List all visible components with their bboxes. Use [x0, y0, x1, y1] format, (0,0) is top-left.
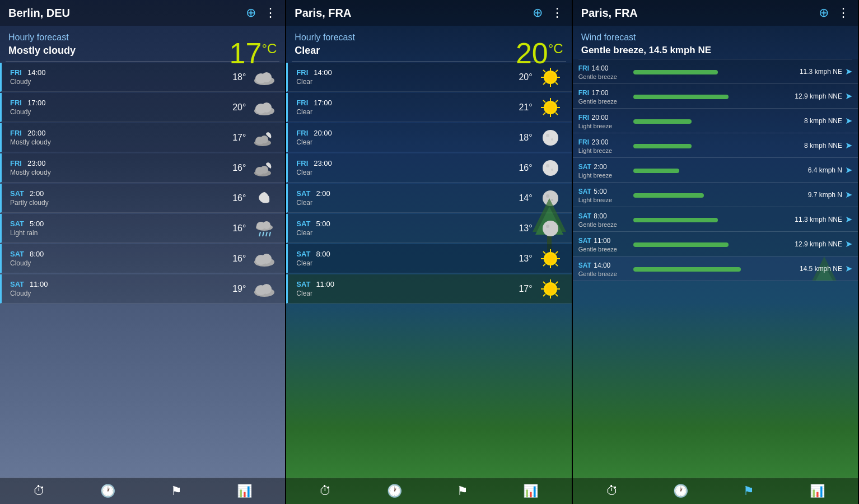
wind-list-item: FRI 20:00 Light breeze 8 kmph NNE ➤ [573, 109, 858, 133]
forecast-info: FRI 14:00 Cloudy [10, 68, 232, 86]
svg-point-47 [551, 138, 553, 141]
wind-list-item: FRI 14:00 Gentle breeze 11.3 kmph NE ➤ [573, 59, 858, 84]
current-weather-nav[interactable]: ⏱ [606, 484, 618, 498]
svg-line-66 [555, 264, 558, 266]
paris-hourly-bottom-nav: ⏱ 🕐 ⚑ 📊 [286, 478, 571, 504]
wind-list-item: SAT 8:00 Gentle breeze 11.3 kmph NNE ➤ [573, 207, 858, 232]
wind-list-item: SAT 11:00 Gentle breeze 12.9 kmph NNE ➤ [573, 232, 858, 256]
list-item: FRI 17:00 Clear 21° [286, 93, 571, 122]
wind-list-item: SAT 5:00 Light breeze 9.7 kmph N ➤ [573, 183, 858, 207]
paris-wind-condition: Gentle breeze, 14.5 kmph NE [581, 45, 849, 56]
list-item: SAT 5:00 Clear 13° [286, 214, 571, 243]
paris-hourly-header: Paris, FRA ⊕ ⋮ [286, 0, 571, 26]
wind-nav[interactable]: ⚑ [457, 484, 468, 498]
svg-line-18 [269, 232, 270, 236]
svg-line-68 [543, 264, 545, 266]
paris-wind-list: FRI 14:00 Gentle breeze 11.3 kmph NE ➤ F… [573, 59, 858, 478]
svg-point-11 [260, 166, 268, 174]
hourly-nav[interactable]: 🕐 [387, 484, 402, 498]
svg-point-48 [543, 160, 558, 176]
list-item: SAT 2:00 Partly cloudy 16° [0, 184, 285, 213]
chart-nav[interactable]: 📊 [237, 484, 252, 498]
wind-list-item: SAT 2:00 Light breeze 6.4 kmph N ➤ [573, 158, 858, 183]
paris-wind-label: Wind forecast [581, 32, 849, 43]
berlin-city: Berlin, DEU [8, 7, 70, 20]
svg-point-60 [545, 254, 555, 264]
moon-cloud-icon [251, 158, 277, 178]
berlin-header-icons: ⊕ ⋮ [246, 6, 277, 20]
paris-hourly-panel: Paris, FRA ⊕ ⋮ Hourly forecast Clear 20°… [286, 0, 572, 504]
wind-direction-icon: ➤ [845, 263, 852, 274]
current-weather-nav[interactable]: ⏱ [319, 484, 332, 498]
svg-line-43 [555, 100, 558, 102]
paris-hourly-header-icons: ⊕ ⋮ [533, 6, 563, 20]
chart-nav[interactable]: 📊 [810, 484, 825, 498]
svg-point-70 [545, 284, 555, 294]
current-weather-nav[interactable]: ⏱ [33, 484, 45, 498]
cloud-icon [251, 67, 277, 87]
wind-nav[interactable]: ⚑ [171, 484, 182, 498]
paris-wind-header: Paris, FRA ⊕ ⋮ [573, 0, 858, 26]
svg-point-45 [543, 130, 558, 146]
hourly-nav[interactable]: 🕐 [673, 484, 688, 498]
list-item: FRI 17:00 Cloudy 20° [0, 93, 285, 122]
list-item: FRI 20:00 Clear 18° [286, 123, 571, 152]
moon-cloud-icon [251, 128, 277, 147]
svg-line-42 [555, 113, 558, 115]
wind-direction-icon: ➤ [845, 66, 852, 77]
menu-icon[interactable]: ⋮ [264, 6, 277, 20]
list-item: FRI 14:00 Clear 20° [286, 63, 571, 92]
svg-line-41 [543, 100, 545, 102]
berlin-bottom-nav: ⏱ 🕐 ⚑ 📊 [0, 478, 285, 504]
svg-point-14 [263, 221, 270, 229]
wind-nav[interactable]: ⚑ [743, 484, 754, 498]
svg-line-16 [263, 232, 264, 236]
svg-point-26 [545, 72, 555, 82]
list-item: SAT 11:00 Cloudy 19° [0, 274, 285, 304]
sun-icon [538, 279, 563, 298]
hourly-nav[interactable]: 🕐 [100, 484, 115, 498]
forecast-info: FRI 17:00 Cloudy [10, 99, 232, 116]
wind-direction-icon: ➤ [845, 115, 852, 126]
list-item: SAT 2:00 Clear 14° [286, 184, 571, 213]
svg-point-49 [546, 164, 549, 167]
forecast-info: SAT 5:00 Light rain [10, 220, 232, 237]
berlin-temp-main: 17°C [230, 36, 277, 70]
paris-wind-forecast-header: Wind forecast Gentle breeze, 14.5 kmph N… [573, 26, 858, 59]
svg-point-51 [543, 190, 558, 206]
berlin-header: Berlin, DEU ⊕ ⋮ [0, 0, 285, 26]
full-moon-icon [538, 188, 563, 208]
forecast-info: FRI 23:00 Mostly cloudy [10, 159, 232, 176]
svg-line-65 [543, 251, 545, 254]
svg-line-33 [555, 70, 558, 72]
location-icon[interactable]: ⊕ [246, 6, 256, 20]
cloud-icon [251, 279, 277, 298]
location-icon[interactable]: ⊕ [819, 6, 829, 20]
svg-point-57 [543, 221, 558, 236]
wind-list-item: FRI 23:00 Light breeze 8 kmph NNE ➤ [573, 133, 858, 158]
chart-nav[interactable]: 📊 [523, 484, 538, 498]
svg-point-21 [262, 254, 272, 264]
svg-line-76 [555, 294, 558, 296]
wind-direction-icon: ➤ [845, 140, 852, 151]
wind-list-item: FRI 17:00 Gentle breeze 12.9 kmph NNE ➤ [573, 84, 858, 109]
list-item: FRI 23:00 Clear 16° [286, 153, 571, 183]
svg-point-8 [260, 136, 268, 143]
wind-direction-icon: ➤ [845, 239, 852, 249]
menu-icon[interactable]: ⋮ [837, 6, 849, 20]
location-icon[interactable]: ⊕ [533, 6, 543, 20]
svg-line-34 [543, 82, 545, 85]
list-item: SAT 8:00 Cloudy 16° [0, 244, 285, 273]
wind-direction-icon: ➤ [845, 189, 852, 200]
paris-wind-panel: Paris, FRA ⊕ ⋮ Wind forecast Gentle bree… [573, 0, 859, 504]
list-item: FRI 23:00 Mostly cloudy 16° [0, 153, 285, 183]
menu-icon[interactable]: ⋮ [551, 6, 563, 20]
list-item: SAT 5:00 Light rain 16° [0, 214, 285, 243]
svg-line-15 [259, 232, 260, 236]
paris-hourly-city: Paris, FRA [295, 7, 351, 20]
full-moon-icon [538, 158, 563, 178]
svg-point-50 [551, 169, 553, 171]
sun-icon [538, 97, 563, 117]
list-item: SAT 8:00 Clear 13° [286, 244, 571, 273]
cloud-icon [251, 249, 277, 268]
